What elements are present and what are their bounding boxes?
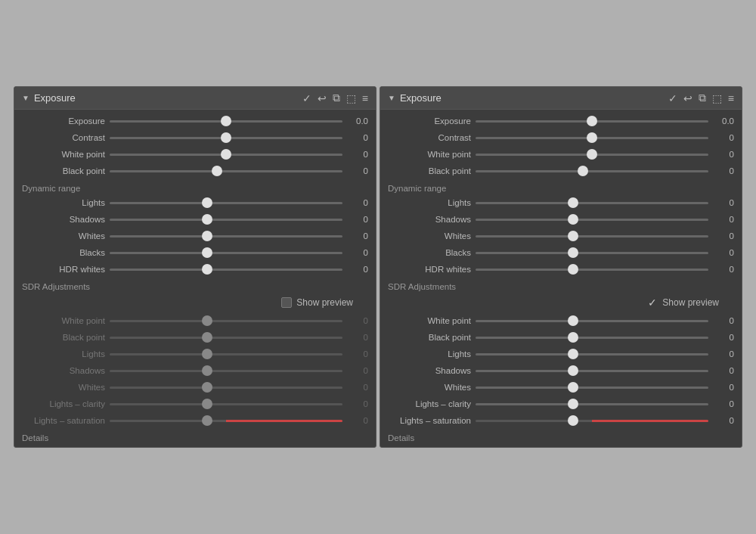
slider-track: [476, 269, 708, 271]
slider-row-top-2: White point0: [380, 146, 742, 163]
slider-thumb[interactable]: [202, 214, 212, 225]
slider-thumb[interactable]: [202, 315, 212, 326]
slider-thumb[interactable]: [587, 116, 597, 126]
slider-thumb[interactable]: [568, 247, 578, 258]
slider-thumb[interactable]: [587, 132, 597, 143]
slider-thumb[interactable]: [202, 264, 212, 275]
slider-track-container[interactable]: [476, 414, 708, 427]
checkmark-icon[interactable]: ✓: [302, 92, 311, 104]
slider-track-container[interactable]: [476, 132, 708, 144]
slider-track: [110, 387, 342, 389]
slider-track-container[interactable]: [476, 381, 708, 393]
slider-thumb[interactable]: [568, 332, 578, 343]
slider-track-container[interactable]: [476, 348, 708, 360]
slider-thumb[interactable]: [221, 116, 231, 126]
collapse-icon[interactable]: ▼: [388, 94, 395, 102]
slider-track: [476, 370, 708, 372]
slider-thumb[interactable]: [202, 247, 212, 258]
slider-track-container[interactable]: [110, 197, 342, 209]
slider-track-container[interactable]: [476, 197, 708, 209]
slider-track-container[interactable]: [476, 331, 708, 343]
slider-thumb[interactable]: [568, 349, 578, 359]
slider-thumb[interactable]: [212, 166, 222, 176]
menu-icon[interactable]: ≡: [728, 92, 734, 104]
slider-thumb[interactable]: [568, 382, 578, 393]
slider-thumb[interactable]: [202, 399, 212, 409]
slider-track-container[interactable]: [110, 331, 342, 343]
slider-thumb[interactable]: [202, 382, 212, 393]
undo-icon[interactable]: ↩: [318, 92, 327, 104]
slider-track-container[interactable]: [476, 315, 708, 327]
slider-thumb[interactable]: [221, 132, 231, 143]
slider-thumb[interactable]: [568, 231, 578, 241]
header-icons: ✓ ↩ ⧉ ⬚ ≡: [302, 92, 368, 104]
slider-track: [110, 137, 342, 139]
slider-track-container[interactable]: [476, 365, 708, 377]
slider-track-container[interactable]: [476, 398, 708, 410]
slider-track-container[interactable]: [110, 132, 342, 144]
copy-icon[interactable]: ⧉: [699, 92, 706, 104]
slider-track-container[interactable]: [476, 148, 708, 160]
details-label: Details: [380, 429, 742, 444]
slider-track-container[interactable]: [110, 115, 342, 127]
show-preview-checkbox[interactable]: ✓: [647, 297, 658, 308]
menu-icon[interactable]: ≡: [362, 92, 368, 104]
slider-row-dynamic-3: Blacks0: [380, 244, 742, 261]
slider-thumb[interactable]: [202, 415, 212, 426]
slider-row-top-3: Black point0: [14, 163, 376, 179]
slider-thumb[interactable]: [587, 149, 597, 160]
slider-thumb[interactable]: [568, 399, 578, 409]
paste-icon[interactable]: ⬚: [346, 92, 356, 104]
sdr-label: SDR Adjustments: [14, 278, 376, 293]
slider-track-container[interactable]: [110, 414, 342, 427]
panels-container: ▼ Exposure ✓ ↩ ⧉ ⬚ ≡ Exposure0.0Contrast…: [8, 80, 748, 454]
slider-thumb[interactable]: [202, 197, 212, 208]
slider-label: Lights: [388, 349, 471, 359]
details-label: Details: [14, 429, 376, 444]
slider-track-container[interactable]: [476, 247, 708, 259]
slider-track-container[interactable]: [110, 348, 342, 360]
slider-value: 0: [713, 150, 734, 159]
slider-thumb[interactable]: [202, 365, 212, 376]
slider-thumb[interactable]: [202, 332, 212, 343]
paste-icon[interactable]: ⬚: [712, 92, 722, 104]
copy-icon[interactable]: ⧉: [333, 92, 340, 104]
slider-track-container[interactable]: [110, 213, 342, 225]
slider-track-container[interactable]: [476, 165, 708, 177]
undo-icon[interactable]: ↩: [683, 92, 692, 104]
slider-thumb[interactable]: [568, 415, 578, 426]
slider-row-sdr-5: Lights – clarity0: [14, 396, 376, 412]
slider-track-container[interactable]: [110, 365, 342, 377]
slider-track-container[interactable]: [110, 230, 342, 242]
slider-label: Whites: [22, 383, 105, 392]
slider-track-container[interactable]: [476, 263, 708, 275]
slider-track-container[interactable]: [110, 263, 342, 275]
slider-thumb[interactable]: [202, 231, 212, 241]
slider-track-container[interactable]: [110, 148, 342, 160]
slider-track-container[interactable]: [110, 165, 342, 177]
slider-track-container[interactable]: [476, 230, 708, 242]
slider-track-container[interactable]: [476, 213, 708, 225]
slider-track-container[interactable]: [476, 115, 708, 127]
slider-value: 0: [347, 166, 368, 175]
slider-thumb[interactable]: [568, 365, 578, 376]
show-preview-row: Show preview: [14, 293, 376, 312]
show-preview-checkbox[interactable]: [281, 297, 292, 308]
checkmark-icon[interactable]: ✓: [668, 92, 677, 104]
slider-track-container[interactable]: [110, 315, 342, 327]
slider-track-container[interactable]: [110, 381, 342, 393]
slider-track: [110, 154, 342, 156]
slider-thumb[interactable]: [202, 349, 212, 359]
slider-track: [110, 120, 342, 123]
slider-thumb[interactable]: [221, 149, 231, 160]
slider-row-dynamic-1: Shadows0: [380, 211, 742, 228]
collapse-icon[interactable]: ▼: [22, 94, 29, 102]
slider-thumb[interactable]: [568, 264, 578, 275]
slider-thumb[interactable]: [568, 214, 578, 225]
slider-thumb[interactable]: [568, 315, 578, 326]
slider-track-container[interactable]: [110, 247, 342, 259]
slider-track-container[interactable]: [110, 398, 342, 410]
slider-value: 0: [713, 399, 734, 408]
slider-thumb[interactable]: [568, 197, 578, 208]
slider-thumb[interactable]: [578, 166, 588, 176]
